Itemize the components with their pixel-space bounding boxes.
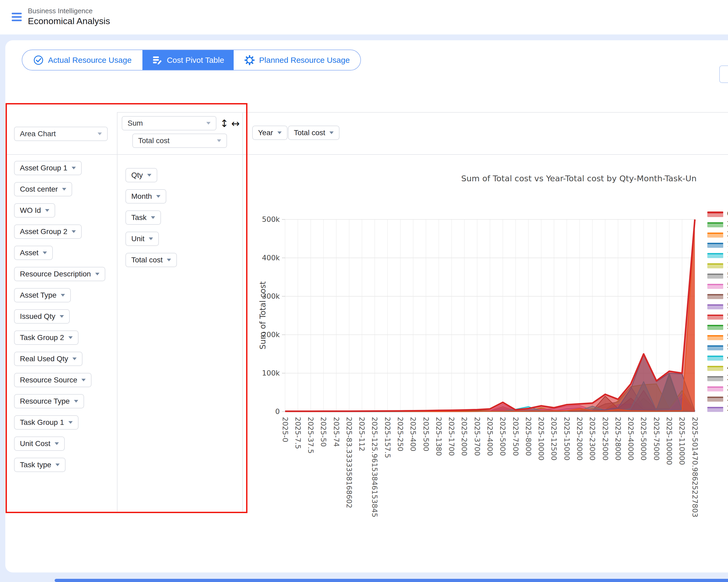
available-field-chip[interactable]: Asset Type	[14, 288, 71, 302]
tab-actual-resource-usage[interactable]: Actual Resource Usage	[22, 50, 142, 70]
row-field-chip[interactable]: Total cost	[126, 253, 177, 267]
chip-label: Task	[131, 213, 147, 222]
row-field-chip[interactable]: Unit	[126, 232, 159, 246]
legend-line-swatch	[707, 356, 723, 357]
header-action-box[interactable]	[719, 65, 728, 83]
swap-vertical-icon[interactable]: ↕	[220, 118, 229, 129]
legend-item[interactable]: 5	[707, 312, 728, 320]
available-field-chip[interactable]: Asset Group 1	[14, 161, 82, 175]
legend-item[interactable]: 1	[707, 250, 728, 259]
check-circle-icon	[33, 55, 44, 65]
x-tick-label: 2025-400	[409, 417, 417, 451]
x-tick-label: 2025-100000	[665, 417, 673, 465]
chip-label: Cost center	[20, 185, 58, 193]
chart-type-select[interactable]: Area Chart	[14, 127, 108, 141]
available-field-chip[interactable]: Issued Qty	[14, 309, 70, 324]
view-tabs: Actual Resource Usage Cost Pivot Table	[22, 50, 361, 71]
legend-label: 6	[727, 210, 728, 218]
x-tick-label: 2025-25000	[601, 417, 609, 460]
legend-line-swatch	[707, 345, 723, 347]
legend-line-swatch	[707, 243, 723, 244]
legend-fill-swatch	[707, 387, 723, 391]
legend-fill-swatch	[707, 326, 723, 330]
x-tick-label: 2025-37.5	[307, 417, 315, 454]
available-field-chip[interactable]: Real Used Qty	[14, 352, 82, 366]
legend-fill-swatch	[707, 336, 723, 340]
legend-line-swatch	[707, 274, 723, 275]
column-field-chip-total-cost[interactable]: Total cost	[288, 126, 339, 140]
legend-item[interactable]: 5	[707, 322, 728, 331]
legend-label: 5	[727, 312, 728, 320]
aggregator-value: Sum	[128, 119, 143, 128]
legend-line-swatch	[707, 407, 723, 408]
legend-item[interactable]: 1	[707, 240, 728, 248]
y-tick-label: 300k	[262, 292, 280, 300]
x-tick-label: 2025-250	[396, 417, 405, 451]
available-field-chip[interactable]: Task type	[14, 458, 66, 472]
legend-item[interactable]: 5	[707, 343, 728, 351]
menu-icon[interactable]	[12, 13, 22, 22]
legend-fill-swatch	[707, 223, 723, 227]
legend-item[interactable]: 5	[707, 292, 728, 300]
legend-line-swatch	[707, 284, 723, 285]
row-field-chip[interactable]: Month	[126, 189, 166, 203]
legend-item[interactable]: 2	[707, 220, 728, 228]
chevron-down-icon	[45, 209, 49, 212]
x-tick-label: 2025-1700	[447, 417, 456, 456]
legend-line-swatch	[707, 253, 723, 254]
x-tick-label: 2025-23000	[588, 417, 596, 460]
column-field-chip-year[interactable]: Year	[252, 126, 287, 140]
pivot-grid-border-vertical-1	[117, 112, 118, 511]
legend-item[interactable]: 5	[707, 332, 728, 340]
row-field-chip[interactable]: Qty	[126, 168, 157, 182]
chevron-down-icon	[206, 122, 211, 124]
aggregator-select[interactable]: Sum	[122, 116, 216, 130]
chip-label: Year	[258, 129, 273, 137]
aggregator-field-select[interactable]: Total cost	[132, 134, 227, 148]
y-tick-label: 400k	[262, 254, 280, 262]
legend-item[interactable]: 6	[707, 210, 728, 218]
app-header: Business Intelligence Economical Analysi…	[0, 0, 728, 34]
available-field-chip[interactable]: WO Id	[14, 203, 55, 218]
legend-item[interactable]: 1	[707, 261, 728, 269]
available-field-chip[interactable]: Unit Cost	[14, 437, 65, 451]
available-field-chip[interactable]: Cost center	[14, 182, 72, 196]
legend-item[interactable]: 2	[707, 230, 728, 238]
legend-item[interactable]: 2	[707, 373, 728, 382]
legend-item[interactable]: 5	[707, 281, 728, 289]
chip-label: WO Id	[20, 206, 41, 215]
tab-cost-pivot-table[interactable]: Cost Pivot Table	[142, 50, 234, 70]
x-tick-label: 2025-50	[319, 417, 328, 447]
chip-label: Qty	[131, 171, 143, 179]
legend-item[interactable]: 2	[707, 394, 728, 402]
legend-item[interactable]: 4	[707, 363, 728, 371]
legend-line-swatch	[707, 366, 723, 367]
pivot-grid-border-top	[117, 112, 728, 113]
legend-item[interactable]: 4	[707, 353, 728, 361]
legend-fill-swatch	[707, 244, 723, 248]
legend-label: 5	[727, 281, 728, 289]
available-field-chip[interactable]: Task Group 2	[14, 331, 78, 345]
row-field-chip[interactable]: Task	[126, 211, 161, 225]
legend-fill-swatch	[707, 275, 723, 279]
available-field-chip[interactable]: Task Group 1	[14, 415, 78, 429]
area-chart[interactable]: 0100k200k300k400k500k2025-02025-7.52025-…	[249, 156, 728, 582]
tab-planned-resource-usage[interactable]: Planned Resource Usage	[234, 50, 360, 70]
available-field-chip[interactable]: Asset	[14, 246, 53, 260]
chevron-down-icon	[149, 238, 153, 240]
legend-fill-swatch	[707, 377, 723, 381]
available-field-chip[interactable]: Resource Source	[14, 373, 92, 387]
chip-label: Unit	[131, 234, 145, 243]
legend-item[interactable]: 2	[707, 404, 728, 412]
legend-item[interactable]: 5	[707, 302, 728, 310]
available-field-chip[interactable]: Asset Group 2	[14, 224, 82, 239]
chip-label: Asset	[20, 249, 38, 257]
chip-label: Issued Qty	[20, 312, 55, 321]
legend-item[interactable]: 2	[707, 384, 728, 392]
swap-horizontal-icon[interactable]: ↔	[231, 118, 240, 129]
chevron-down-icon	[72, 358, 77, 360]
available-field-chip[interactable]: Resource Type	[14, 394, 84, 408]
legend-item[interactable]: 5	[707, 271, 728, 279]
x-tick-label: 2025-501470.98625227803	[691, 417, 699, 517]
available-field-chip[interactable]: Resource Description	[14, 267, 105, 281]
